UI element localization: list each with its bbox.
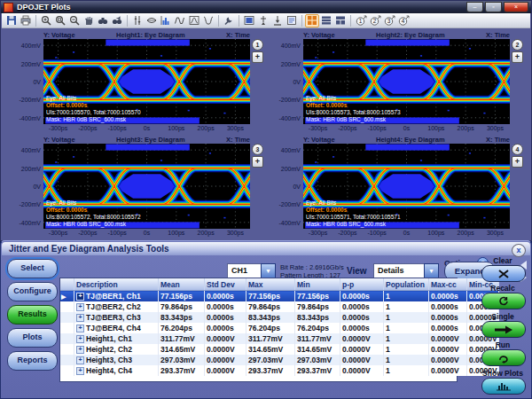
- value-cell: 83.343ps: [295, 312, 340, 323]
- plot-add-button[interactable]: +: [512, 156, 523, 168]
- expand-row-icon[interactable]: +: [76, 314, 84, 322]
- value-cell: 297.03mV: [295, 355, 340, 365]
- eye-diagram-canvas[interactable]: Eye: All Bits Offset: 0.0000s UIs:7000:1…: [303, 144, 510, 229]
- expand-row-icon[interactable]: +: [76, 346, 84, 354]
- y-axis-title: Y: Voltage: [43, 136, 75, 144]
- clear-button[interactable]: [481, 265, 526, 282]
- plot2-shortcut-button[interactable]: 2: [368, 14, 382, 27]
- y-tick: -400mV: [278, 114, 301, 121]
- table-row[interactable]: +TJ@BER3, Ch383.343ps0.0000s83.343ps83.3…: [60, 312, 499, 323]
- measurement-name: Height4, Ch4: [86, 366, 132, 375]
- column-header[interactable]: Max: [246, 278, 295, 291]
- column-header[interactable]: Min: [295, 278, 340, 291]
- table-row[interactable]: ▶+TJ@BER1, Ch177.156ps0.0000s77.156ps77.…: [60, 291, 499, 302]
- value-cell: 0.0000V: [340, 344, 384, 355]
- eye-diagram-canvas[interactable]: Eye: All Bits Offset: 0.0000s UIs:8000:1…: [303, 39, 510, 124]
- plot4-shortcut-button[interactable]: 4: [396, 14, 411, 27]
- zoom-in-button[interactable]: [39, 14, 53, 27]
- single-button[interactable]: [481, 321, 526, 338]
- eye-diagram-canvas[interactable]: Eye: All Bits Offset: 0.0000s UIs:8000:1…: [43, 144, 250, 229]
- print-button[interactable]: [19, 14, 33, 27]
- plot-number-badge[interactable]: 2: [512, 39, 523, 51]
- selected-row-arrow: ▶: [61, 293, 66, 300]
- y-tick: 200mV: [281, 60, 301, 66]
- measurement-name: Height2, Ch2: [86, 345, 132, 354]
- expand-row-icon[interactable]: +: [76, 356, 84, 364]
- bit-rate-text: Bit Rate : 2.6916Gb/s: [280, 263, 344, 271]
- plots-window-titlebar[interactable]: DPOJET Plots – ▫ ×: [1, 1, 531, 13]
- pan-button[interactable]: [82, 14, 96, 27]
- dock-plots-button[interactable]: [242, 14, 256, 27]
- summary-button[interactable]: [285, 14, 299, 27]
- close-button[interactable]: ×: [504, 2, 528, 12]
- table-row[interactable]: +Height4, Ch4293.37mV0.0000V293.37mV293.…: [60, 365, 499, 376]
- column-header[interactable]: Max-cc: [429, 278, 467, 291]
- layout-grid-button[interactable]: [305, 14, 319, 27]
- description-cell: +TJ@BER4, Ch4: [74, 323, 159, 333]
- y-tick: -200mV: [278, 97, 301, 103]
- column-header[interactable]: Std Dev: [205, 278, 246, 291]
- eye-diagram-canvas[interactable]: Eye: All Bits Offset: 0.0000s UIs:7000:1…: [43, 39, 250, 124]
- histogram-plot-button[interactable]: [159, 14, 173, 27]
- plot-add-button[interactable]: +: [512, 51, 523, 63]
- table-row[interactable]: +Height2, Ch2314.65mV0.0000V314.65mV314.…: [60, 344, 499, 355]
- zoom-out-button[interactable]: [67, 14, 82, 27]
- plot3-shortcut-button[interactable]: 3: [382, 14, 396, 27]
- column-header[interactable]: Mean: [159, 278, 205, 291]
- x-tick: 100ps: [168, 125, 184, 131]
- value-cell: 0.0000s: [205, 291, 246, 302]
- expand-row-icon[interactable]: +: [76, 335, 84, 343]
- value-cell: 1: [384, 312, 429, 323]
- plot-add-button[interactable]: +: [252, 156, 263, 168]
- column-header[interactable]: p-p: [340, 278, 384, 291]
- expand-row-icon[interactable]: +: [76, 293, 84, 301]
- table-row[interactable]: +TJ@BER2, Ch279.864ps0.0000s79.864ps79.8…: [60, 301, 499, 312]
- eye-plot-button[interactable]: [145, 14, 159, 27]
- column-header[interactable]: Description: [74, 278, 159, 291]
- export-button[interactable]: [270, 14, 285, 27]
- nav-reports-button[interactable]: Reports: [7, 351, 58, 371]
- view-select[interactable]: Details: [373, 263, 425, 278]
- clear-x-icon: [497, 270, 510, 278]
- zoom-region-button[interactable]: [53, 14, 67, 27]
- value-cell: 1: [384, 301, 429, 312]
- nav-select-button[interactable]: Select: [7, 259, 58, 278]
- waveform-plot-button[interactable]: [173, 14, 187, 27]
- bathtub-plot-button[interactable]: [201, 14, 215, 27]
- cursor-readout-button[interactable]: [256, 14, 270, 27]
- x-axis-ticks: -300ps -200ps -100ps 0s 100ps 200ps 300p…: [303, 229, 510, 239]
- search-next-button[interactable]: [110, 14, 124, 27]
- vertical-cursors-button[interactable]: [130, 14, 145, 27]
- recalc-button[interactable]: [481, 293, 526, 309]
- configure-tool-button[interactable]: [222, 14, 236, 27]
- x-tick: -300ps: [309, 230, 327, 236]
- spectrum-plot-button[interactable]: [187, 14, 201, 27]
- column-header[interactable]: Population: [384, 278, 429, 291]
- plot-number-badge[interactable]: 3: [252, 144, 263, 155]
- plot-number-badge[interactable]: 4: [512, 144, 523, 155]
- nav-configure-button[interactable]: Configure: [7, 282, 58, 301]
- panel-close-button[interactable]: x: [512, 244, 526, 257]
- table-row[interactable]: +Height1, Ch1311.77mV0.0000V311.77mV311.…: [60, 333, 499, 344]
- plot1-shortcut-button[interactable]: 1: [354, 14, 368, 27]
- show-plots-button[interactable]: [481, 378, 526, 395]
- save-button[interactable]: [4, 14, 19, 27]
- expand-row-icon[interactable]: +: [76, 367, 84, 375]
- expand-row-icon[interactable]: +: [76, 325, 84, 332]
- minimize-button[interactable]: –: [466, 2, 483, 12]
- layout-mixed-button[interactable]: [333, 14, 348, 27]
- table-row[interactable]: +Height3, Ch3297.03mV0.0000V297.03mV297.…: [60, 355, 499, 365]
- layout-rows-button[interactable]: [319, 14, 333, 27]
- plot-number-badge[interactable]: 1: [252, 39, 263, 51]
- plot-add-button[interactable]: +: [252, 51, 263, 63]
- run-button[interactable]: [481, 349, 526, 366]
- nav-plots-button[interactable]: Plots: [7, 328, 58, 348]
- source-select[interactable]: CH1: [227, 263, 262, 278]
- maximize-button[interactable]: ▫: [485, 2, 502, 12]
- table-row[interactable]: +TJ@BER4, Ch476.204ps0.0000s76.204ps76.2…: [60, 323, 499, 333]
- search-prev-button[interactable]: [96, 14, 110, 27]
- svg-text:3: 3: [387, 18, 390, 24]
- value-cell: 0.0000V: [429, 355, 467, 365]
- nav-results-button[interactable]: Results: [7, 305, 58, 325]
- expand-row-icon[interactable]: +: [76, 303, 84, 311]
